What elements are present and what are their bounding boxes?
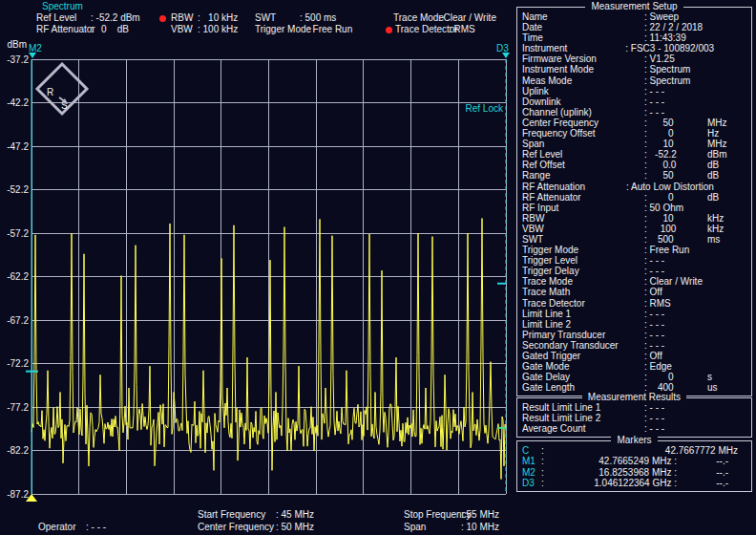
setup-row: RF Input: 50 Ohm	[517, 203, 751, 213]
setup-row-unit	[707, 75, 751, 86]
setup-row-val: : - - -	[644, 340, 707, 351]
start-frequency-value[interactable]: : 45 MHz	[276, 509, 314, 520]
setup-row: Time: 11:43:39	[517, 32, 751, 43]
setup-row-val: : Sweep	[644, 11, 707, 22]
setup-row-unit	[707, 309, 751, 319]
setup-row-unit: MHz	[707, 139, 751, 149]
setup-row-lbl: Instrument	[522, 43, 625, 54]
y-tick-label: -72.2	[7, 358, 29, 369]
setup-row-unit	[707, 298, 751, 309]
setup-row: Gate Delay: 0s	[517, 372, 751, 382]
setup-row-unit	[707, 32, 751, 43]
setup-row-lbl: Limit Line 1	[522, 309, 644, 319]
setup-row: Instrument: FSC3 - 100892/003	[517, 43, 751, 54]
setup-row-val: : - - -	[644, 330, 707, 340]
setup-row-val: : 10	[644, 213, 707, 224]
setup-row-lbl: SWT	[522, 234, 644, 245]
y-tick-label: -67.2	[7, 315, 29, 326]
measurement-setup-title: Measurement Setup	[517, 1, 751, 12]
spectrum-display[interactable]: -37.2-42.2-47.2-52.2-57.2-62.2-67.2-72.2…	[0, 0, 515, 508]
setup-row-unit	[707, 351, 751, 361]
results-row-lbl: Result Limit Line 1	[522, 402, 644, 413]
marker-d3-label[interactable]: D3	[496, 43, 509, 54]
setup-row-lbl: Frequency Offset	[522, 128, 644, 139]
setup-row-val: : 100	[644, 224, 707, 234]
setup-row-val: : - - -	[644, 96, 707, 107]
setup-row-val: : Edge	[644, 361, 707, 372]
y-tick-label: -57.2	[7, 228, 29, 239]
setup-row-val: : 50 Ohm	[644, 203, 707, 213]
setup-row: Trace Mode: Clear / Write	[517, 276, 751, 287]
setup-row-val: : 0	[644, 128, 707, 139]
setup-row-unit: dBm	[707, 149, 751, 160]
span-value[interactable]: : 10 MHz	[461, 522, 499, 532]
setup-row-unit: s	[707, 372, 751, 382]
setup-row-lbl: Instrument Mode	[522, 64, 644, 75]
setup-row-unit	[707, 54, 751, 64]
y-tick-label: -47.2	[7, 141, 29, 152]
setup-row: Date: 22 / 2 / 2018	[517, 22, 751, 32]
setup-row-lbl: Trigger Mode	[522, 245, 644, 255]
marker-center-value: 42.7667772 MHz	[551, 445, 751, 456]
setup-row-lbl: Ref Level	[522, 149, 644, 160]
setup-row-lbl: Limit Line 2	[522, 319, 644, 330]
results-row-unit	[707, 423, 751, 434]
setup-row-lbl: Uplink	[522, 86, 644, 96]
setup-row-val: : 50	[644, 118, 707, 128]
setup-row: Center Frequency: 50MHz	[517, 118, 751, 128]
setup-row-unit	[707, 255, 751, 266]
setup-row-lbl: Trace Math	[522, 287, 644, 297]
setup-row: Trace Detector: RMS	[517, 298, 751, 309]
setup-row: Trigger Mode: Free Run	[517, 245, 751, 255]
marker-row: M2:16.8253968 MHz :--.-	[517, 467, 751, 478]
setup-row-lbl: Center Frequency	[522, 118, 644, 128]
results-row-val: : - - -	[644, 423, 707, 434]
marker-m2-label[interactable]: M2	[29, 43, 42, 54]
setup-row-val: : 500	[644, 234, 707, 245]
y-tick-label: -42.2	[7, 97, 29, 108]
marker-row: D3:1.046122364 GHz :--.-	[517, 478, 751, 488]
center-frequency-value[interactable]: : 50 MHz	[276, 522, 314, 532]
y-tick-label: -82.2	[7, 445, 29, 456]
operator-label: Operator	[38, 522, 75, 532]
marker-m2-arrow-icon	[29, 53, 36, 58]
setup-row-lbl: Span	[522, 139, 644, 149]
results-row-val: : - - -	[644, 413, 707, 423]
y-tick-label: -87.2	[7, 489, 29, 500]
setup-row-val: : 0	[644, 192, 707, 203]
marker-row-center: C : 42.7667772 MHz	[517, 445, 751, 456]
setup-row: Limit Line 1: - - -	[517, 309, 751, 319]
marker-row: M1:42.7665249 MHz :--.-	[517, 456, 751, 466]
setup-row: Trace Math: Off	[517, 287, 751, 297]
marker-row-mname: M1	[522, 456, 541, 466]
amplitude-axis-ticks: -37.2-42.2-47.2-52.2-57.2-62.2-67.2-72.2…	[7, 54, 29, 500]
setup-row-unit	[707, 11, 751, 22]
setup-row-lbl: RF Input	[522, 203, 644, 213]
setup-row-unit: dB	[707, 192, 751, 203]
setup-row-unit: kHz	[707, 224, 751, 234]
results-row: Average Count: - - -	[517, 423, 751, 434]
setup-row-val: : Spectrum	[644, 64, 707, 75]
setup-row-lbl: Range	[522, 170, 644, 181]
setup-row-unit: ms	[707, 234, 751, 245]
setup-row-lbl: RF Attenuator	[522, 192, 644, 203]
setup-row-val: : V1.25	[644, 54, 707, 64]
marker-row-mcolon: :	[541, 467, 551, 478]
setup-row-lbl: Name	[522, 11, 644, 22]
stop-frequency-value[interactable]: : 55 MHz	[461, 509, 499, 520]
setup-row-lbl: Gate Mode	[522, 361, 644, 372]
measurement-results-title: Measurement Results	[517, 392, 751, 403]
setup-row-lbl: RF Attenuation	[522, 182, 626, 192]
markers-panel: Markers C : 42.7667772 MHz M1:42.7665249…	[516, 440, 752, 492]
setup-row-val: : -52.2	[644, 149, 707, 160]
setup-row-lbl: Channel (uplink)	[522, 107, 644, 118]
setup-row: Trigger Level: - - -	[517, 255, 751, 266]
marker-row-mcolon: :	[541, 456, 551, 466]
setup-row: Secondary Transducer: - - -	[517, 340, 751, 351]
setup-row: Span: 10MHz	[517, 139, 751, 149]
marker-row-mlevel: --.-	[677, 467, 751, 478]
setup-row-unit	[707, 287, 751, 297]
setup-row-unit	[707, 86, 751, 96]
setup-row: Frequency Offset: 0Hz	[517, 128, 751, 139]
setup-row: Downlink: - - -	[517, 96, 751, 107]
